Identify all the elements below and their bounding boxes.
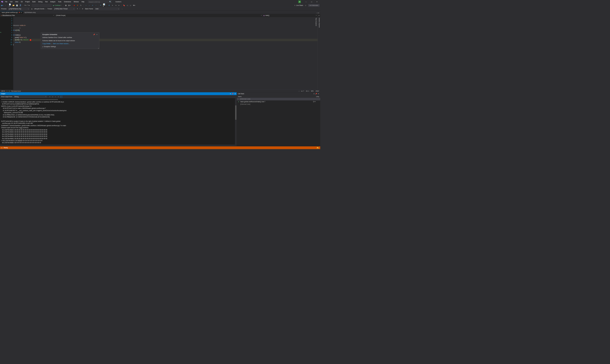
menu-help[interactable]: Help [80, 0, 85, 3]
close-button[interactable]: ✕ [314, 0, 320, 4]
output-tb-1[interactable]: ⎚ [49, 96, 51, 98]
bookmark-prev-icon[interactable]: ◁ [126, 4, 129, 7]
search-input[interactable] [89, 1, 108, 3]
panel-pin-icon[interactable]: 📌 [232, 93, 234, 94]
menu-edit[interactable]: Edit [9, 0, 14, 3]
popup-close-icon[interactable]: ✕ [96, 34, 97, 36]
panel-close-icon[interactable]: ✕ [235, 93, 236, 94]
step-out-icon[interactable]: ↗ [91, 4, 94, 7]
config-dropdown[interactable] [32, 4, 39, 7]
output-tb-2[interactable]: ⎙ [52, 96, 53, 98]
open-icon[interactable]: 📂 [12, 4, 15, 7]
nav-split-icon[interactable]: ⊞ [318, 14, 320, 16]
popup-pin-icon[interactable]: 📌 [93, 34, 95, 36]
fold-icon[interactable]: ⊟ [19, 27, 21, 29]
tb-icon-2[interactable]: ▥▾ [68, 4, 71, 7]
undo-icon[interactable]: ↶▾ [24, 4, 27, 7]
feedback-icon[interactable]: ☺ [304, 4, 307, 7]
nav-back-icon[interactable]: ◉▾ [1, 4, 3, 7]
step-over-icon[interactable]: ↓ [88, 4, 91, 7]
menu-view[interactable]: View [14, 0, 19, 3]
callstack-row[interactable]: [External Code] [237, 98, 320, 100]
maximize-button[interactable]: ▢ [309, 0, 314, 4]
exception-settings-expander[interactable]: ▷ Exception Settings [42, 46, 97, 47]
minimize-button[interactable]: ─ [303, 0, 309, 4]
menu-analyze[interactable]: Analyze [49, 0, 57, 3]
menu-file[interactable]: File [4, 0, 9, 3]
continue-button[interactable]: ▶ Continue ▾ [52, 4, 62, 7]
output-titlebar[interactable]: Output ▾ 📌 ✕ [0, 92, 237, 95]
menu-build[interactable]: Build [31, 0, 37, 3]
process-dropdown[interactable]: [] MyFileName.dmp▾ [8, 8, 29, 10]
close-tab-icon[interactable]: ✕ [21, 12, 22, 13]
nav-member-dropdown[interactable]: ◧ main()▾ [263, 14, 318, 17]
tab-settings-icon[interactable]: ⚙ [318, 12, 319, 14]
panel-pin-icon[interactable]: 📌 [315, 93, 317, 94]
user-badge[interactable]: JR [298, 0, 301, 3]
callstack-titlebar[interactable]: Call Stack ▾ 📌 ✕ [237, 92, 320, 95]
eol-indicator[interactable]: CRLF [316, 90, 319, 92]
panel-dropdown-icon[interactable]: ▾ [230, 93, 231, 94]
thread-icon[interactable]: ⇄ [81, 8, 84, 10]
menu-window[interactable]: Window [72, 0, 80, 3]
callstack-row[interactable]: [External Code] [237, 103, 320, 106]
search-box[interactable]: 🔍 [88, 0, 112, 3]
side-tab-solution-explorer[interactable]: Solution Explorer [319, 18, 320, 89]
code-editor[interactable]: ⊟ #include <stdio.h>int x[100];int main(… [13, 17, 318, 90]
output-source-dropdown[interactable]: Debug▾ [14, 95, 47, 98]
resize-grip-icon[interactable]: ◢ [98, 47, 99, 49]
step-into-icon[interactable]: → [84, 4, 87, 7]
scrollbar-horizontal[interactable] [0, 144, 235, 146]
flag2-icon[interactable]: ⚐ [79, 8, 81, 10]
bookmark-next-icon[interactable]: ▷ [129, 4, 132, 7]
menu-extensions[interactable]: Extensions [63, 0, 72, 3]
pin-icon[interactable]: 📌 [18, 12, 20, 13]
tb-icon-graph[interactable]: 📊▾ [103, 4, 106, 7]
thread-dropdown[interactable]: [74992] Main Thread▾ [53, 8, 75, 10]
save-icon[interactable]: 💾 [16, 4, 18, 7]
redo-icon[interactable]: ↷▾ [27, 4, 30, 7]
menu-debug[interactable]: Debug [37, 0, 43, 3]
notifications-icon[interactable]: 🔔₂ [317, 147, 319, 148]
save-all-icon[interactable]: 🗄 [19, 4, 22, 7]
stackframe-dropdown[interactable]: main▾ [94, 8, 119, 10]
pause-icon[interactable]: ⏸ [76, 4, 79, 7]
output-tb-wrap[interactable]: ↵ [60, 96, 62, 98]
tb-icon-5[interactable]: ⇥ [114, 4, 117, 7]
output-text[interactable]: ========================================… [0, 98, 237, 146]
nav-project-dropdown[interactable]: ▪▪ Miscellaneous Files▾ [0, 14, 55, 17]
panel-dropdown-icon[interactable]: ▾ [314, 93, 314, 94]
callstack-row[interactable]: ➤basic-global-overflow.exe!main() Line 7… [237, 100, 320, 103]
start-liveshare-link[interactable]: Start Live Share session... [53, 43, 70, 44]
step-back-icon[interactable]: ↑ [94, 4, 97, 7]
nav-fwd-icon[interactable]: ◦ [4, 4, 7, 7]
lifecycle-icon[interactable]: ▦ [31, 8, 33, 10]
platform-dropdown[interactable] [40, 4, 52, 7]
menu-project[interactable]: Project [24, 0, 31, 3]
flag-icon[interactable]: ⚑ [76, 8, 78, 10]
bookmark-clear-icon[interactable]: ✖▾ [133, 4, 135, 7]
tb-icon-6[interactable]: ⇤ [118, 4, 120, 7]
live-share-button[interactable]: ⇪ Live Share [294, 5, 303, 6]
restart-icon[interactable]: ↻ [80, 4, 82, 7]
tb-icon-3[interactable]: ⎙ [108, 4, 110, 7]
bookmark-icon[interactable]: 🔖 [123, 4, 125, 7]
copy-details-link[interactable]: Copy Details [42, 43, 51, 44]
spaces-indicator[interactable]: SPC [311, 90, 314, 92]
tb-icon-1[interactable]: ▦ [65, 4, 67, 7]
tab-active[interactable]: basic-global-overflow.cpp 📌 ✕ [0, 11, 23, 14]
output-tb-3[interactable]: ⎌ [54, 96, 56, 98]
nav-scope-dropdown[interactable]: (Global Scope)▾ [55, 14, 262, 17]
stop-icon[interactable]: ■ [73, 4, 76, 7]
scrollbar-vertical[interactable] [235, 98, 237, 146]
menu-tools[interactable]: Tools [57, 0, 63, 3]
panel-close-icon[interactable]: ✕ [318, 93, 319, 94]
tab-inactive[interactable]: MyFileName.dmp [23, 11, 37, 14]
output-tb-4[interactable]: ≡ [57, 96, 59, 98]
menu-git[interactable]: Git [20, 0, 24, 3]
new-item-icon[interactable]: 📄▾ [9, 4, 12, 7]
tb-icon-4[interactable]: ≡ [111, 4, 114, 7]
menu-test[interactable]: Test [44, 0, 49, 3]
zoom-level[interactable]: 100 % [1, 90, 5, 92]
tb-icon-undo2[interactable]: ↶ [100, 4, 102, 7]
